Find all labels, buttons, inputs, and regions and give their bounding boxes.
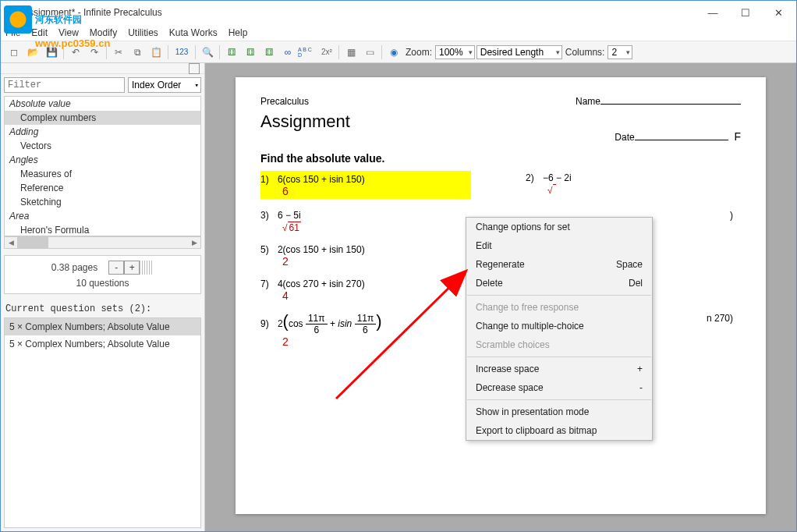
minus-button[interactable]: - [108,261,124,275]
name-blank [600,104,741,105]
dice3-icon[interactable]: ⚅ [260,44,278,61]
q3-expr: 6 − 5i [278,210,301,221]
topic-tree[interactable]: Absolute valueComplex numbersAddingVecto… [4,96,201,236]
scroll-thumb[interactable] [17,237,48,248]
date-label: Date [615,132,634,143]
zoom-select[interactable]: 100% [435,45,475,59]
tree-item[interactable]: Reference [5,181,200,195]
q3-answer: 61 [282,221,471,233]
cut-icon[interactable]: ✂ [110,44,127,61]
sidebar: Index Order Absolute valueComplex number… [1,63,205,531]
fx-icon[interactable]: 2x² [318,44,335,61]
question-5[interactable]: 5) 2(cos 150 + isin 150) 2 [260,243,471,268]
dice2-icon[interactable]: ⚅ [242,44,259,61]
menu-view[interactable]: View [58,27,79,38]
q9-answer: 2 [282,335,471,348]
redo-icon[interactable]: ↷ [86,44,103,61]
tree-item[interactable]: Heron's Formula [5,223,200,236]
menu-modify[interactable]: Modify [90,27,117,38]
columns-select[interactable]: 2 [607,45,632,59]
globe-icon[interactable]: ◉ [385,44,402,61]
save-icon[interactable]: 💾 [43,44,60,61]
tree-category[interactable]: Angles [5,153,200,167]
scroll-left-icon[interactable]: ◀ [5,237,17,248]
q2-answer [547,183,741,196]
dock-icon[interactable] [189,63,200,74]
context-menu-item[interactable]: Show in presentation mode [466,403,652,421]
number-icon[interactable]: 123 [172,44,192,61]
stats-box: 0.38 pages - + 10 questions [4,255,201,294]
q5-expr: 2(cos 150 + isin 150) [278,244,365,255]
q5-answer: 2 [282,255,471,268]
menu-edit[interactable]: Edit [31,27,48,38]
pages-stat: 0.38 pages [51,262,97,273]
question-sets-list[interactable]: 5 × Complex Numbers; Absolute Value5 × C… [4,317,201,528]
context-menu-item[interactable]: Change to multiple-choice [466,317,652,335]
dice1-icon[interactable]: ⚅ [223,44,240,61]
columns-value: 2 [611,47,617,58]
toolbar: ◻ 📂 💾 ↶ ↷ ✂ ⧉ 📋 123 🔍 ⚅ ⚅ ⚅ ∞ A B C D 2x… [1,41,796,63]
paste-icon[interactable]: 📋 [147,44,165,61]
grip-icon[interactable] [140,261,154,275]
app-icon [2,5,18,20]
abcd-icon[interactable]: A B C D [298,44,317,61]
question-7[interactable]: 7) 4(cos 270 + isin 270) 4 [260,277,471,302]
copy-icon[interactable]: ⧉ [129,44,146,61]
menubar: File Edit View Modify Utilities Kuta Wor… [1,24,796,41]
close-button[interactable]: ✕ [762,1,795,24]
grid-icon[interactable]: ▦ [342,44,360,61]
zoom-value: 100% [439,47,463,58]
scroll-right-icon[interactable]: ▶ [188,237,200,248]
presentation-icon[interactable]: ▭ [361,44,378,61]
section-title: Find the absolute value. [260,152,741,165]
filter-input[interactable] [4,77,125,93]
menu-help[interactable]: Help [228,27,248,38]
context-menu: Change options for setEditRegenerateSpac… [466,217,653,441]
question-set-row[interactable]: 5 × Complex Numbers; Absolute Value [5,318,200,335]
question-2[interactable]: 2) −6 − 2i [526,171,741,199]
q1-expr: 6(cos 150 + isin 150) [278,174,365,185]
new-icon[interactable]: ◻ [5,44,23,61]
open-icon[interactable]: 📂 [24,44,41,61]
menu-utilities[interactable]: Utilities [128,27,158,38]
undo-icon[interactable]: ↶ [67,44,84,61]
context-menu-item[interactable]: Edit [466,236,652,255]
menu-file[interactable]: File [5,27,20,38]
doc-subject: Precalculus [260,96,309,107]
q4-tail: ) [730,210,733,221]
question-9[interactable]: 9) 2(cos 11π6 + isin 11π6) 2 [260,311,471,348]
context-menu-item[interactable]: Increase space+ [466,360,652,378]
name-label: Name [576,96,600,107]
desired-length-select[interactable]: Desired Length [476,45,562,59]
questions-stat: 10 questions [76,278,129,289]
index-order-label: Index Order [132,80,181,90]
context-menu-item[interactable]: DeleteDel [466,274,652,293]
question-1[interactable]: 1) 6(cos 150 + isin 150) 6 [260,171,471,199]
index-order-select[interactable]: Index Order [128,77,201,93]
tree-category[interactable]: Absolute value [5,97,200,111]
q7-answer: 4 [282,289,471,302]
context-menu-item[interactable]: Change options for set [466,218,652,236]
context-menu-item[interactable]: Export to clipboard as bitmap [466,421,652,440]
zoom-tool-icon[interactable]: 🔍 [199,44,216,61]
tree-item[interactable]: Measures of [5,167,200,181]
context-menu-item[interactable]: Decrease space- [466,378,652,397]
tree-item[interactable]: Complex numbers [5,111,200,125]
tree-item[interactable]: Sketching [5,195,200,209]
tree-item[interactable]: Vectors [5,139,200,153]
context-menu-item: Change to free response [466,298,652,317]
minimize-button[interactable]: — [696,1,729,24]
plus-button[interactable]: + [124,261,140,275]
infinity-icon[interactable]: ∞ [279,44,296,61]
context-menu-item[interactable]: RegenerateSpace [466,255,652,274]
context-menu-item: Scramble choices [466,335,652,354]
menu-kuta-works[interactable]: Kuta Works [169,27,218,38]
question-set-row[interactable]: 5 × Complex Numbers; Absolute Value [5,335,200,353]
tree-category[interactable]: Area [5,209,200,223]
q2-expr: −6 − 2i [543,172,572,183]
maximize-button[interactable]: ☐ [729,1,762,24]
tree-h-scrollbar[interactable]: ◀ ▶ [4,236,201,249]
question-3[interactable]: 3) 6 − 5i 61 [260,208,471,233]
columns-label: Columns: [565,47,605,58]
tree-category[interactable]: Adding [5,125,200,139]
